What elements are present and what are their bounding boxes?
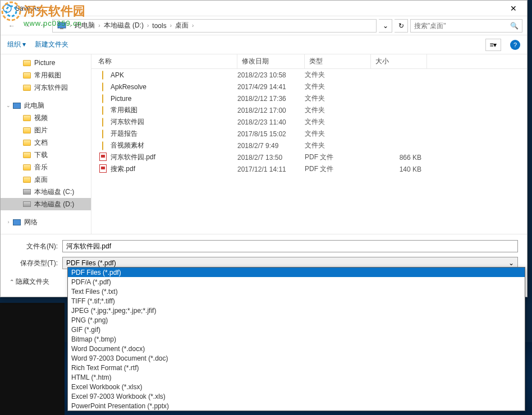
file-row[interactable]: 开题报告2017/8/15 15:02文件夹: [91, 128, 527, 140]
col-name[interactable]: 名称: [91, 54, 237, 68]
taskbar-fragment: [0, 303, 65, 415]
file-date: 2018/2/23 10:58: [237, 71, 305, 79]
filetype-option[interactable]: PDF Files (*.pdf): [68, 268, 525, 277]
chevron-down-icon: ⌄: [508, 259, 514, 267]
window-title: Save As: [15, 4, 502, 12]
sidebar-item[interactable]: 本地磁盘 (D:): [1, 198, 91, 210]
file-row[interactable]: 河东软件园2018/2/23 11:40文件夹: [91, 116, 527, 128]
sidebar-item-label: 本地磁盘 (D:): [34, 200, 74, 209]
filetype-option[interactable]: PNG (*.png): [68, 315, 525, 325]
filetype-option[interactable]: Excel Workbook (*.xlsx): [68, 382, 525, 391]
file-row[interactable]: 河东软件园.pdf2018/2/7 13:50PDF 文件866 KB: [91, 151, 527, 163]
file-pane: 名称 修改日期 类型 大小 APK2018/2/23 10:58文件夹ApkRe…: [91, 54, 527, 234]
sidebar-item[interactable]: 下载: [1, 149, 91, 161]
file-name: 河东软件园.pdf: [111, 153, 237, 162]
file-name: APK: [111, 71, 237, 79]
savetype-label: 保存类型(T):: [10, 259, 62, 268]
filetype-option[interactable]: PDF/A (*.pdf): [68, 277, 525, 287]
help-button[interactable]: ?: [510, 40, 520, 50]
file-row[interactable]: 音视频素材2018/2/7 9:49文件夹: [91, 140, 527, 151]
col-type[interactable]: 类型: [305, 54, 371, 68]
filetype-option[interactable]: Word 97-2003 Document (*.doc): [68, 353, 525, 363]
new-folder-button[interactable]: 新建文件夹: [35, 40, 68, 49]
filetype-option[interactable]: Bitmap (*.bmp): [68, 334, 525, 344]
file-list[interactable]: APK2018/2/23 10:58文件夹ApkResolve2017/4/29…: [91, 69, 527, 175]
filetype-option[interactable]: GIF (*.gif): [68, 325, 525, 334]
organize-button[interactable]: 组织 ▾: [7, 40, 26, 49]
crumb[interactable]: 桌面: [173, 21, 191, 30]
svg-rect-2: [60, 28, 63, 29]
filetype-option[interactable]: Rich Text Format (*.rtf): [68, 363, 525, 372]
pdf-icon: [97, 164, 108, 174]
folder-icon: [97, 107, 108, 114]
crumb[interactable]: tools: [150, 22, 168, 30]
sidebar-item-label: 常用截图: [34, 71, 61, 80]
filetype-option[interactable]: TIFF (*.tif;*.tiff): [68, 296, 525, 306]
file-row[interactable]: 常用截图2018/2/12 17:00文件夹: [91, 104, 527, 116]
file-type: 文件夹: [305, 105, 371, 115]
sidebar-item[interactable]: ⌄此电脑: [1, 99, 91, 112]
sidebar-item[interactable]: 视频: [1, 112, 91, 124]
folder-icon: [22, 138, 32, 147]
folder-icon: [97, 118, 108, 126]
sidebar-item[interactable]: 音乐: [1, 161, 91, 173]
column-headers[interactable]: 名称 修改日期 类型 大小: [91, 54, 527, 69]
folder-icon: [22, 126, 32, 135]
pc-icon: [12, 218, 22, 227]
sidebar-item[interactable]: Picture: [1, 57, 91, 69]
filetype-option[interactable]: Word Document (*.docx): [68, 344, 525, 353]
file-type: 文件夹: [305, 94, 371, 103]
sidebar-item[interactable]: 图片: [1, 124, 91, 136]
disk-icon: [22, 187, 32, 196]
file-date: 2017/4/29 14:41: [237, 83, 305, 91]
app-icon: [3, 4, 12, 13]
sidebar-item-label: 此电脑: [24, 101, 44, 110]
filetype-option[interactable]: JPEG (*.jpg;*.jpeg;*.jpe;*.jfif): [68, 306, 525, 315]
search-icon[interactable]: 🔍: [510, 22, 519, 30]
sidebar[interactable]: Picture常用截图河东软件园⌄此电脑视频图片文档下载音乐桌面本地磁盘 (C:…: [1, 54, 91, 234]
filename-input[interactable]: [62, 240, 518, 252]
savetype-dropdown[interactable]: PDF Files (*.pdf)PDF/A (*.pdf)Text Files…: [67, 267, 525, 411]
sidebar-item[interactable]: 河东软件园: [1, 81, 91, 94]
refresh-button[interactable]: ↻: [395, 19, 408, 33]
sidebar-item[interactable]: 桌面: [1, 173, 91, 186]
file-date: 2018/2/12 17:00: [237, 107, 305, 114]
close-button[interactable]: ✕: [502, 1, 525, 16]
filetype-option[interactable]: Excel 97-2003 Workbook (*.xls): [68, 391, 525, 401]
forward-button[interactable]: →: [21, 19, 34, 33]
navbar: ← → ↑ › 此电脑 › 本地磁盘 (D:) › tools › 桌面 › ⌄…: [1, 16, 527, 35]
filetype-option[interactable]: HTML (*.htm): [68, 372, 525, 382]
breadcrumb-dropdown[interactable]: ⌄: [379, 19, 392, 33]
file-type: 文件夹: [305, 70, 371, 80]
file-row[interactable]: APK2018/2/23 10:58文件夹: [91, 69, 527, 81]
file-type: 文件夹: [305, 82, 371, 91]
folder-icon: [97, 95, 108, 103]
col-size[interactable]: 大小: [371, 54, 427, 68]
sidebar-item-label: 桌面: [34, 175, 48, 185]
col-date[interactable]: 修改日期: [237, 54, 305, 68]
file-date: 2018/2/7 13:50: [237, 154, 305, 162]
up-button[interactable]: ↑: [36, 19, 50, 33]
sidebar-item-label: 音乐: [34, 163, 48, 172]
file-row[interactable]: 搜索.pdf2017/12/1 14:11PDF 文件140 KB: [91, 163, 527, 175]
sidebar-item[interactable]: 文档: [1, 136, 91, 149]
file-date: 2018/2/7 9:49: [237, 142, 305, 150]
search-input[interactable]: [414, 22, 510, 30]
folder-icon: [22, 175, 32, 184]
filetype-option[interactable]: Text Files (*.txt): [68, 287, 525, 296]
view-mode-button[interactable]: ≡▾: [485, 39, 501, 51]
sidebar-item-label: 下载: [34, 150, 48, 160]
save-as-dialog: Save As ✕ ← → ↑ › 此电脑 › 本地磁盘 (D:) › tool…: [0, 0, 528, 297]
sidebar-item[interactable]: ›网络: [1, 216, 91, 228]
search-box[interactable]: 🔍: [410, 19, 522, 33]
breadcrumb[interactable]: › 此电脑 › 本地磁盘 (D:) › tools › 桌面 ›: [52, 19, 377, 33]
file-row[interactable]: Picture2018/2/12 17:36文件夹: [91, 93, 527, 104]
crumb[interactable]: 此电脑: [72, 21, 97, 30]
filetype-option[interactable]: PowerPoint Presentation (*.pptx): [68, 401, 525, 411]
folder-icon: [97, 71, 108, 79]
crumb[interactable]: 本地磁盘 (D:): [102, 21, 146, 30]
file-row[interactable]: ApkResolve2017/4/29 14:41文件夹: [91, 81, 527, 93]
sidebar-item[interactable]: 本地磁盘 (C:): [1, 186, 91, 198]
back-button[interactable]: ←: [5, 19, 19, 33]
sidebar-item[interactable]: 常用截图: [1, 69, 91, 81]
